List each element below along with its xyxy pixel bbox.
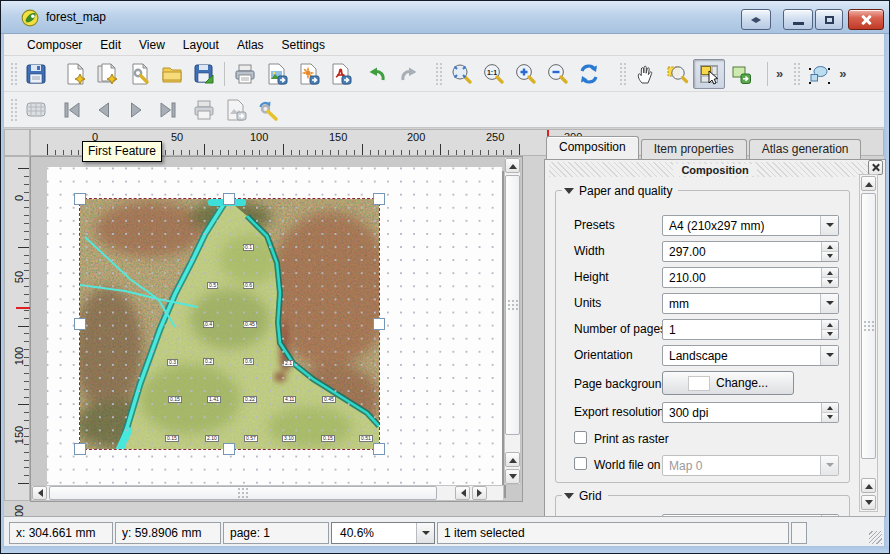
scroll-up-button[interactable] <box>861 478 876 493</box>
menu-settings[interactable]: Settings <box>273 35 334 55</box>
scroll-down-button[interactable] <box>505 469 520 484</box>
tab-composition[interactable]: Composition <box>546 136 639 159</box>
move-item-content-button[interactable] <box>725 59 757 89</box>
spin-up-button[interactable] <box>822 403 838 413</box>
previous-feature-button[interactable] <box>88 95 120 125</box>
print-atlas-button[interactable] <box>188 95 220 125</box>
orientation-combo[interactable]: Landscape <box>662 345 839 366</box>
selection-handle-n[interactable] <box>223 193 235 205</box>
composition-canvas[interactable]: 0.10.50.60.40.450.30.20.62.10.151.410.22… <box>30 156 523 502</box>
page-background-change-button[interactable]: Change... <box>662 371 794 395</box>
export-pdf-button[interactable] <box>325 59 357 89</box>
minimize-button[interactable] <box>783 9 813 30</box>
zoom-actual-button[interactable]: 1:1 <box>477 59 509 89</box>
select-move-item-button[interactable] <box>693 59 725 89</box>
spin-down-button[interactable] <box>822 278 838 287</box>
zoom-region-button[interactable] <box>661 59 693 89</box>
restore-button[interactable] <box>815 9 843 30</box>
tab-item-properties[interactable]: Item properties <box>641 139 747 159</box>
menu-layout[interactable]: Layout <box>174 35 228 55</box>
close-button[interactable] <box>848 9 884 30</box>
spin-down-button[interactable] <box>822 252 838 261</box>
dock-title-bar[interactable]: Composition <box>549 162 881 177</box>
refresh-button[interactable] <box>573 59 605 89</box>
selection-handle-se[interactable] <box>373 443 385 455</box>
scroll-left-button[interactable] <box>455 486 470 500</box>
next-feature-button[interactable] <box>120 95 152 125</box>
combo-dropdown-button[interactable] <box>820 216 838 235</box>
zoom-level-combo[interactable]: 40.6% <box>331 522 435 544</box>
toolbar-drag-handle[interactable] <box>10 98 17 122</box>
save-as-template-button[interactable] <box>188 59 220 89</box>
menu-atlas[interactable]: Atlas <box>228 35 273 55</box>
scroll-up-button[interactable] <box>505 452 520 467</box>
combo-dropdown-button[interactable] <box>416 523 434 543</box>
toolbar-overflow-chevron[interactable]: » <box>772 66 787 81</box>
vertical-scroll-thumb[interactable] <box>861 193 876 459</box>
selection-handle-sw[interactable] <box>74 443 86 455</box>
scroll-right-button[interactable] <box>472 486 487 500</box>
selection-handle-ne[interactable] <box>373 193 385 205</box>
toolbar-drag-handle[interactable] <box>10 62 17 86</box>
title-bar[interactable]: forest_map <box>1 1 889 34</box>
world-file-map-combo[interactable]: Map 0 <box>662 455 839 476</box>
first-feature-button[interactable] <box>56 95 88 125</box>
map-item[interactable]: 0.10.50.60.40.450.30.20.62.10.151.410.22… <box>80 199 379 449</box>
duplicate-composer-button[interactable] <box>92 59 124 89</box>
spin-up-button[interactable] <box>822 320 838 330</box>
toolbar-drag-handle[interactable] <box>435 62 442 86</box>
combo-dropdown-button[interactable] <box>820 294 838 313</box>
height-spinbox[interactable]: 210.00 <box>662 267 839 288</box>
world-file-checkbox[interactable] <box>574 457 587 470</box>
export-svg-button[interactable] <box>293 59 325 89</box>
toolbar-overflow-chevron[interactable]: » <box>835 66 850 81</box>
save-project-button[interactable] <box>20 59 52 89</box>
scroll-up-button[interactable] <box>505 158 520 173</box>
menu-composer[interactable]: Composer <box>18 35 91 55</box>
window-swap-button[interactable] <box>741 9 771 30</box>
export-image-button[interactable] <box>261 59 293 89</box>
selection-handle-s[interactable] <box>223 443 235 455</box>
new-composer-button[interactable] <box>60 59 92 89</box>
export-resolution-spinbox[interactable]: 300 dpi <box>662 402 839 423</box>
composer-manager-button[interactable] <box>124 59 156 89</box>
combo-dropdown-button[interactable] <box>820 346 838 365</box>
canvas-vertical-scrollbar[interactable] <box>504 157 521 485</box>
menu-view[interactable]: View <box>130 35 174 55</box>
spin-up-button[interactable] <box>822 242 838 252</box>
toolbar-drag-handle[interactable] <box>793 62 800 86</box>
spin-down-button[interactable] <box>822 413 838 422</box>
undo-button[interactable] <box>361 59 393 89</box>
vertical-scroll-thumb[interactable] <box>505 175 520 435</box>
toolbar-drag-handle[interactable] <box>619 62 626 86</box>
scroll-down-button[interactable] <box>861 495 876 510</box>
presets-combo[interactable]: A4 (210x297 mm) <box>662 215 839 236</box>
scroll-up-button[interactable] <box>861 176 876 191</box>
selection-handle-w[interactable] <box>74 318 86 330</box>
combo-dropdown-button[interactable] <box>820 456 838 475</box>
tab-atlas-generation[interactable]: Atlas generation <box>749 139 862 159</box>
selection-handle-nw[interactable] <box>74 193 86 205</box>
export-atlas-button[interactable] <box>220 95 252 125</box>
zoom-out-button[interactable] <box>541 59 573 89</box>
zoom-full-button[interactable] <box>445 59 477 89</box>
spin-up-button[interactable] <box>822 268 838 278</box>
dock-close-button[interactable] <box>868 160 883 175</box>
selection-handle-e[interactable] <box>373 318 385 330</box>
load-template-button[interactable] <box>156 59 188 89</box>
zoom-in-button[interactable] <box>509 59 541 89</box>
canvas-horizontal-scrollbar[interactable] <box>31 485 504 501</box>
scroll-left-button[interactable] <box>32 486 47 500</box>
window-resize-grip[interactable] <box>869 531 882 544</box>
horizontal-scroll-thumb[interactable] <box>49 486 437 500</box>
units-combo[interactable]: mm <box>662 293 839 314</box>
group-header[interactable]: Grid <box>562 488 608 504</box>
print-as-raster-checkbox[interactable] <box>574 431 587 444</box>
add-shape-button[interactable] <box>803 59 835 89</box>
atlas-settings-button[interactable] <box>252 95 284 125</box>
print-button[interactable] <box>229 59 261 89</box>
spin-down-button[interactable] <box>822 330 838 339</box>
group-header[interactable]: Paper and quality <box>562 183 678 199</box>
panel-vertical-scrollbar[interactable] <box>859 174 878 512</box>
preview-atlas-button[interactable] <box>20 95 52 125</box>
